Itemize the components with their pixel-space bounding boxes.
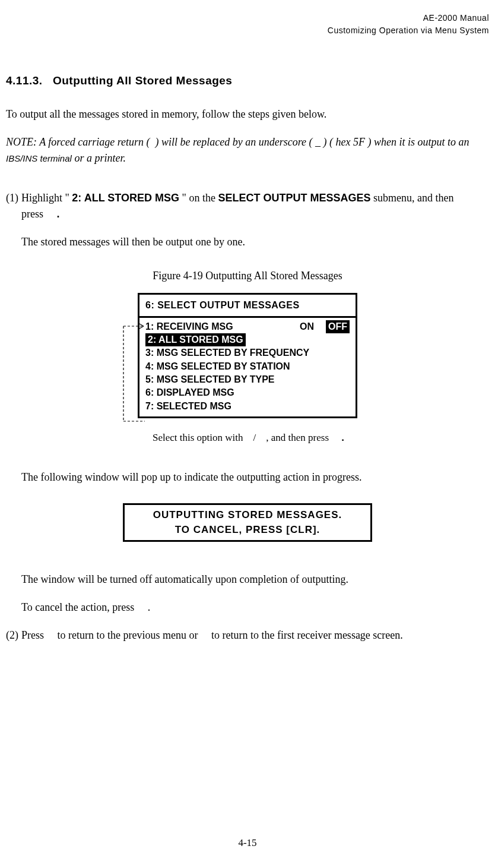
intro-paragraph: To output all the messages stored in mem… bbox=[6, 106, 489, 122]
select-text1: Select this option with bbox=[153, 432, 243, 443]
menu-line1-off: OFF bbox=[326, 320, 350, 333]
note-ibs: IBS/INS terminal bbox=[6, 153, 72, 163]
menu-line-1: 1: RECEIVING MSG ON OFF bbox=[145, 320, 350, 333]
menu-box-wrapper: 6: SELECT OUTPUT MESSAGES 1: RECEIVING M… bbox=[6, 293, 489, 419]
menu-line1-label: 1: RECEIVING MSG bbox=[145, 320, 300, 333]
turnoff-line: The window will be turned off automatica… bbox=[21, 572, 489, 588]
note-suffix: or a printer. bbox=[72, 152, 126, 164]
menu-body: 1: RECEIVING MSG ON OFF 2: ALL STORED MS… bbox=[139, 318, 356, 417]
step1-period: . bbox=[57, 208, 60, 220]
page-number: 4-15 bbox=[0, 835, 495, 851]
select-caption: Select this option with / , and then pre… bbox=[138, 430, 357, 446]
select-key1 bbox=[243, 432, 253, 443]
cancel-line: To cancel the action, press . bbox=[21, 599, 489, 616]
step-1-number: (1) bbox=[6, 190, 21, 222]
section-heading: 4.11.3. Outputting All Stored Messages bbox=[6, 72, 489, 90]
menu-line-3: 3: MSG SELECTED BY FREQUENCY bbox=[145, 346, 350, 359]
popup-wrapper: OUTPUTTING STORED MESSAGES. TO CANCEL, P… bbox=[6, 503, 489, 542]
menu-line1-on: ON bbox=[300, 320, 314, 333]
menu-line-7: 7: SELECTED MSG bbox=[145, 400, 350, 413]
step2-text3: to return to the first receiver message … bbox=[211, 629, 403, 641]
step2-text2: to return to the previous menu or bbox=[58, 629, 198, 641]
popup-line2: TO CANCEL, PRESS [CLR]. bbox=[131, 522, 364, 538]
note-paragraph: NOTE: A forced carriage return ( ) will … bbox=[6, 134, 489, 166]
step-1: (1) Highlight " 2: ALL STORED MSG " on t… bbox=[6, 190, 489, 222]
section-title: Outputting All Stored Messages bbox=[53, 74, 233, 87]
menu-box: 6: SELECT OUTPUT MESSAGES 1: RECEIVING M… bbox=[138, 293, 357, 419]
select-key2 bbox=[256, 432, 266, 443]
popup-line1: OUTPUTTING STORED MESSAGES. bbox=[131, 507, 364, 523]
page-header: AE-2000 Manual Customizing Operation via… bbox=[6, 12, 489, 37]
cancel-key bbox=[134, 601, 148, 613]
section-number: 4.11.3. bbox=[6, 74, 43, 87]
step1-middle: " on the bbox=[179, 192, 218, 204]
menu-line-4: 4: MSG SELECTED BY STATION bbox=[145, 360, 350, 373]
menu-line2-highlighted: 2: ALL STORED MSG bbox=[145, 333, 246, 346]
note-prefix: NOTE: A forced carriage return ( bbox=[6, 136, 150, 148]
step-2-body: Press to return to the previous menu or … bbox=[21, 627, 489, 643]
following-line: The following window will pop up to indi… bbox=[21, 469, 489, 485]
step-2: (2) Press to return to the previous menu… bbox=[6, 627, 489, 643]
manual-name: AE-2000 Manual bbox=[6, 12, 489, 24]
step1-sub: The stored messages will then be output … bbox=[21, 234, 489, 250]
cancel-text: To cancel the action, press bbox=[21, 601, 134, 613]
step2-text1: Press bbox=[21, 629, 44, 641]
step-2-number: (2) bbox=[6, 627, 21, 643]
menu-line-5: 5: MSG SELECTED BY TYPE bbox=[145, 373, 350, 386]
step1-bold2: SELECT OUTPUT MESSAGES bbox=[218, 192, 370, 204]
step1-key bbox=[43, 208, 57, 220]
step2-key2 bbox=[198, 629, 211, 641]
popup-box: OUTPUTTING STORED MESSAGES. TO CANCEL, P… bbox=[123, 503, 372, 542]
cancel-period: . bbox=[148, 601, 151, 613]
select-period: . bbox=[341, 432, 344, 443]
select-text3: , and then press bbox=[266, 432, 329, 443]
step2-key1 bbox=[44, 629, 58, 641]
chapter-name: Customizing Operation via Menu System bbox=[6, 24, 489, 37]
menu-title: 6: SELECT OUTPUT MESSAGES bbox=[139, 295, 356, 318]
menu-line-6: 6: DISPLAYED MSG bbox=[145, 386, 350, 399]
note-mid1: ) will be replaced by an underscore ( _ … bbox=[155, 136, 469, 148]
figure-caption: Figure 4-19 Outputting All Stored Messag… bbox=[6, 268, 489, 284]
step1-bold1: 2: ALL STORED MSG bbox=[72, 192, 179, 204]
step-1-body: Highlight " 2: ALL STORED MSG " on the S… bbox=[21, 190, 489, 222]
step1-before: Highlight " bbox=[21, 192, 72, 204]
select-key3 bbox=[329, 432, 341, 443]
menu-line-2: 2: ALL STORED MSG bbox=[145, 333, 350, 346]
